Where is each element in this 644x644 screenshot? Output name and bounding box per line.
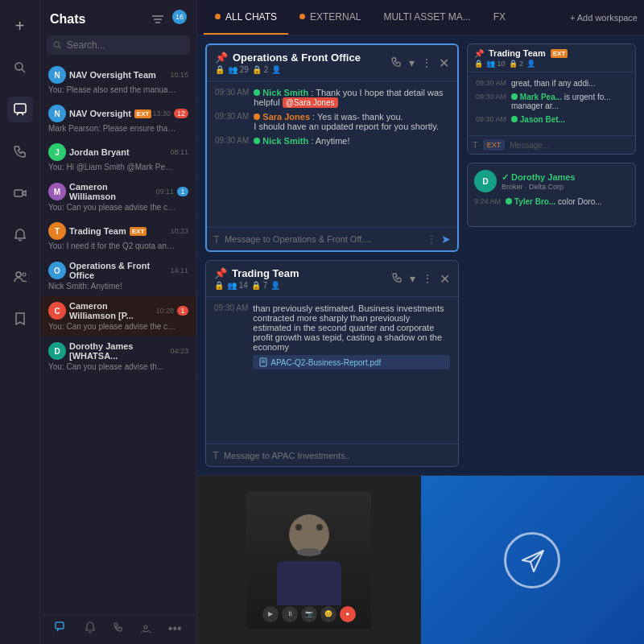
chat-message-input[interactable] — [225, 234, 422, 244]
phone-icon[interactable] — [7, 138, 33, 164]
svg-line-10 — [59, 47, 61, 49]
more-options-icon[interactable]: ⋮ — [421, 56, 432, 69]
close-icon[interactable]: ✕ — [440, 271, 450, 287]
add-workspace-button[interactable]: + Add workspace — [570, 13, 638, 23]
chat-icon[interactable] — [7, 97, 33, 122]
text-format-icon[interactable]: T — [213, 233, 220, 246]
chat-messages: 09:30 AM great, than if any addi... 09:3… — [468, 72, 635, 135]
search-bar[interactable] — [47, 35, 190, 55]
send-large-icon[interactable] — [504, 532, 560, 588]
bell-tab-icon[interactable] — [85, 621, 96, 638]
filter-icon[interactable] — [148, 10, 167, 29]
video-icon[interactable] — [7, 180, 33, 206]
add-workspace-label: + Add workspace — [570, 13, 638, 23]
tab-multi-asset[interactable]: MULTI ASSET MA... — [372, 0, 481, 35]
unread-badge: 1 — [177, 187, 188, 196]
status-dot — [254, 89, 260, 96]
attachment-tag[interactable]: APAC-Q2-Business-Report.pdf — [253, 355, 450, 369]
status-dot — [511, 93, 518, 100]
close-icon[interactable]: ✕ — [439, 56, 449, 71]
people-icon[interactable] — [7, 264, 33, 290]
chat-input-area: T EXT Message... — [468, 135, 635, 154]
more-icon[interactable]: ••• — [168, 621, 182, 638]
chat-window-ops: 📌 Operations & Front Office 🔒 👥 29 🔒 2 👤 — [205, 43, 459, 252]
avatar: T — [48, 222, 66, 240]
tabs-bar: ALL CHATS EXTERNAL MULTI ASSET MA... FX … — [197, 0, 644, 35]
chat-list-panel: Chats 16 N NAV Oversight Team 10:15 You:… — [40, 0, 197, 644]
avatar: N — [48, 66, 66, 84]
chat-window-header: 📌 Operations & Front Office 🔒 👥 29 🔒 2 👤 — [207, 45, 457, 81]
pause-icon[interactable]: ⏸ — [282, 606, 298, 622]
avatar: D — [48, 342, 66, 360]
tab-dot — [215, 14, 221, 19]
broadcast-tab-icon[interactable] — [140, 621, 151, 638]
chat-window-trading-right: 📌 Trading Team EXT 🔒 👥 10 🔒 2 👤 — [467, 43, 636, 155]
camera-icon[interactable]: 📷 — [301, 606, 317, 622]
ext-badge: EXT — [551, 49, 568, 58]
chat-input-area: T — [206, 444, 458, 466]
plus-icon[interactable]: + — [7, 13, 33, 39]
bell-icon[interactable] — [7, 222, 33, 248]
svg-rect-3 — [14, 190, 23, 196]
contact-name: ✓ Dorothy James — [502, 172, 576, 183]
more-input-icon[interactable]: ⋮ — [427, 233, 436, 245]
status-dot — [506, 198, 512, 204]
list-item[interactable]: T Trading Team EXT 10:23 You: I need it … — [40, 217, 196, 256]
tab-all-chats[interactable]: ALL CHATS — [204, 0, 288, 35]
status-dot — [511, 116, 518, 122]
ext-badge: EXT — [130, 227, 147, 236]
avatar: N — [48, 105, 66, 122]
emoji-icon[interactable]: 😊 — [320, 606, 336, 622]
chat-list-bottom: ••• — [40, 614, 196, 644]
chat-message-input[interactable] — [224, 451, 452, 460]
search-input[interactable] — [67, 39, 184, 51]
video-controls: ▶ ⏸ 📷 😊 ● — [262, 606, 356, 622]
chat-list-header-icons: 16 — [148, 10, 187, 29]
avatar: D — [474, 170, 497, 192]
chat-tab-icon[interactable] — [55, 621, 68, 638]
notification-badge: 16 — [172, 10, 187, 24]
message-row: 09:30 AM Nick Smith : Anytime! — [215, 136, 449, 146]
svg-rect-2 — [14, 104, 26, 113]
list-item[interactable]: O Operations & Front Office 14:11 Nick S… — [40, 256, 196, 296]
more-options-icon[interactable]: ⋮ — [422, 272, 433, 285]
list-item[interactable]: N NAV Oversight Team 10:15 You: Please a… — [40, 61, 196, 100]
left-sidebar: + — [0, 0, 40, 644]
list-item[interactable]: C Cameron Williamson [P... 10:28 1 You: … — [40, 296, 196, 336]
svg-point-4 — [16, 272, 21, 277]
text-format-icon[interactable]: T — [473, 140, 478, 150]
list-item[interactable]: J Jordan Bryant 08:11 You: Hi @Liam Smit… — [40, 138, 196, 177]
chat-title: Trading Team — [489, 48, 546, 58]
tab-label: FX — [493, 11, 506, 23]
message-row: 09:30 AM Nick Smith : Thank you I hope t… — [215, 88, 449, 107]
unread-badge: 1 — [177, 306, 188, 316]
chat-list-title: Chats — [50, 12, 85, 27]
person-head — [289, 514, 329, 555]
video-feed: ▶ ⏸ 📷 😊 ● — [246, 492, 371, 629]
list-item[interactable]: D Dorothy James [WHATSA... 04:23 You: Ca… — [40, 336, 196, 377]
chevron-down-icon[interactable]: ▾ — [410, 272, 415, 285]
phone-tab-icon[interactable] — [113, 621, 124, 638]
bookmark-icon[interactable] — [7, 306, 33, 332]
message-placeholder: Message... — [510, 141, 549, 150]
contact-role: Broker · Delta Corp — [502, 183, 576, 191]
list-item[interactable]: M Cameron Williamson 09:11 1 You: Can yo… — [40, 177, 196, 217]
chat-window-header: 📌 Trading Team EXT 🔒 👥 10 🔒 2 👤 — [468, 44, 635, 72]
tab-external[interactable]: EXTERNAL — [288, 0, 372, 35]
end-call-icon[interactable]: ● — [340, 606, 356, 622]
send-icon[interactable]: ➤ — [441, 233, 451, 246]
chats-area: 📌 Operations & Front Office 🔒 👥 29 🔒 2 👤 — [197, 35, 644, 475]
list-item[interactable]: N NAV Oversight EXT 13:30 12 Mark Pearso… — [40, 100, 196, 138]
play-icon[interactable]: ▶ — [262, 606, 279, 622]
search-icon[interactable] — [7, 55, 33, 80]
message-row: 09:30 AM than previously estimated. Busi… — [214, 303, 450, 369]
person-body — [277, 561, 341, 605]
phone-action-icon[interactable] — [392, 272, 403, 286]
text-format-icon[interactable]: T — [213, 449, 219, 461]
svg-point-0 — [15, 63, 23, 70]
mention-tag: @Sara Jones — [283, 97, 338, 108]
chevron-down-icon[interactable]: ▾ — [409, 56, 415, 69]
tab-fx[interactable]: FX — [482, 0, 517, 35]
phone-action-icon[interactable] — [391, 56, 402, 70]
svg-point-12 — [144, 625, 147, 629]
